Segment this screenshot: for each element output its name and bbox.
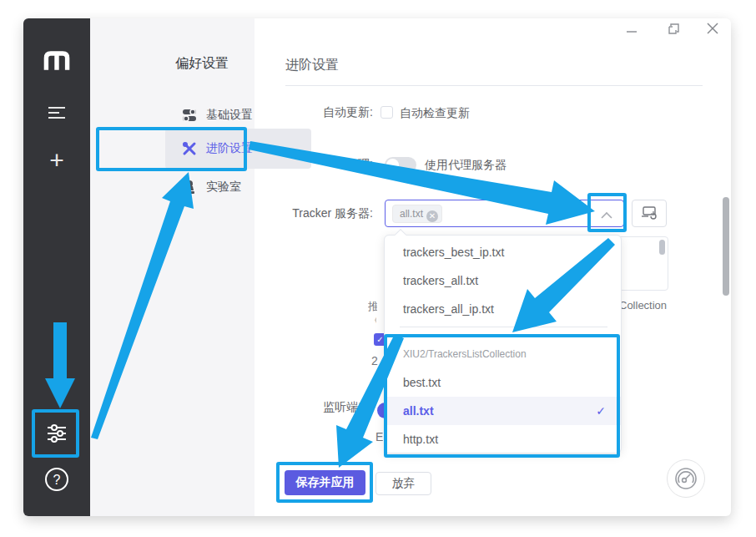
dropdown-option[interactable]: best.txt <box>385 368 621 397</box>
auto-update-checkbox[interactable] <box>381 106 393 119</box>
dropdown-option[interactable]: trackers_all.txt <box>385 266 621 295</box>
tip-text-tail: Collection <box>619 299 667 312</box>
divider <box>285 85 703 86</box>
close-button[interactable] <box>705 22 720 37</box>
task-list-icon[interactable] <box>23 104 90 124</box>
textarea-scrollbar[interactable] <box>659 240 665 255</box>
tracker-dropdown: trackers_best_ip.txt trackers_all.txt tr… <box>384 235 622 453</box>
interval-fragment: 2 <box>371 354 378 367</box>
app-window: + ? 偏好设置 基础设置 进阶设置 实验室 <box>23 18 731 516</box>
dropdown-option[interactable]: http.txt <box>385 425 621 453</box>
speed-limit-button[interactable] <box>667 459 705 498</box>
page-title: 进阶设置 <box>285 57 339 74</box>
dropdown-option-selected[interactable]: all.txt ✓ <box>385 397 621 425</box>
proxy-toggle-label: 使用代理服务器 <box>425 158 507 173</box>
tip-text-fragment: 《 <box>369 313 376 328</box>
tools-icon <box>182 141 197 156</box>
dropdown-group-label: XIU2/TrackersListCollection <box>403 348 527 360</box>
dropdown-option[interactable]: trackers_best_ip.txt <box>385 238 621 266</box>
port-text-fragment: E <box>375 430 383 443</box>
toggle-knob <box>386 159 399 171</box>
proxy-toggle[interactable] <box>385 157 416 173</box>
tag-close-icon[interactable]: ✕ <box>426 210 438 222</box>
help-icon[interactable]: ? <box>23 468 90 491</box>
tracker-server-input[interactable]: all.txt✕ <box>385 200 624 227</box>
check-icon: ✓ <box>596 397 606 425</box>
sync-trackers-button[interactable] <box>632 200 667 227</box>
app-sidebar: + ? <box>23 18 90 516</box>
add-task-icon[interactable]: + <box>23 146 90 175</box>
tracker-tag-label: all.txt <box>400 208 423 220</box>
panel-title: 偏好设置 <box>175 55 229 73</box>
auto-update-label: 自动更新: <box>235 105 373 120</box>
save-and-apply-button[interactable]: 保存并应用 <box>285 470 365 495</box>
tracker-label: Tracker 服务器: <box>235 206 373 221</box>
preferences-panel: 偏好设置 基础设置 进阶设置 实验室 <box>90 18 255 516</box>
content-scrollbar[interactable] <box>723 197 729 296</box>
tracker-tag: all.txt✕ <box>392 205 442 223</box>
minimize-button[interactable] <box>624 24 639 39</box>
maximize-button[interactable] <box>666 23 681 38</box>
motrix-logo <box>23 50 90 75</box>
lab-icon <box>182 180 197 195</box>
proxy-label: 代理: <box>235 157 373 172</box>
discard-button[interactable]: 放弃 <box>375 472 431 495</box>
sidebar-item-label: 进阶设置 <box>206 141 253 156</box>
dropdown-option[interactable]: trackers_all_ip.txt <box>385 295 621 323</box>
preferences-icon[interactable] <box>23 421 90 449</box>
sidebar-item-label: 实验室 <box>206 180 241 195</box>
dropdown-option-label: all.txt <box>403 404 434 418</box>
tip-text-fragment: 推 <box>368 299 377 314</box>
dropdown-divider <box>400 327 607 327</box>
auto-update-checkbox-label[interactable]: 自动检查更新 <box>400 106 470 121</box>
listen-port-label: 监听端口: <box>235 400 373 415</box>
collapse-chevron-icon[interactable] <box>600 209 613 224</box>
toggles-icon <box>182 108 197 123</box>
